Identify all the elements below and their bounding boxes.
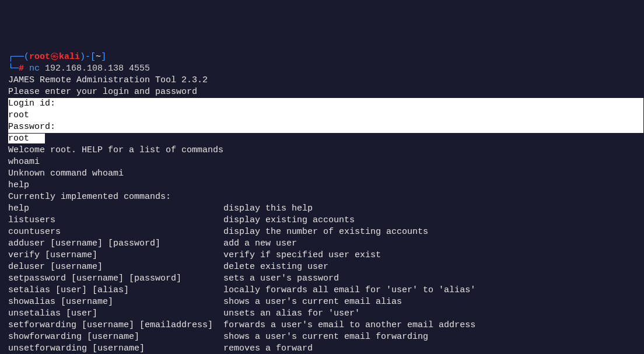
prompt-at: ㉿	[50, 52, 59, 62]
login-prompt: Login id:	[8, 98, 643, 110]
help-table: help display this help listusers display…	[8, 203, 636, 354]
login-value: root	[8, 110, 643, 121]
help-header: Currently implemented commands:	[8, 192, 171, 202]
prompt-hash: #	[19, 64, 24, 73]
prompt-close-paren: )	[80, 52, 85, 62]
command-name: nc	[29, 64, 40, 73]
user-command-2: help	[8, 180, 29, 190]
prompt-host: kali	[59, 52, 80, 62]
prompt-box-top: ┌──	[8, 52, 24, 62]
prompt-tilde: ~	[96, 52, 101, 62]
response-1: Unknown command whoami	[8, 169, 124, 178]
prompt-close-bracket: ]	[101, 52, 106, 62]
user-command-1: whoami	[8, 157, 40, 167]
prompt-box-bottom: └─	[8, 64, 19, 73]
help-rows: help display this help listusers display…	[8, 204, 559, 354]
password-value: root	[8, 134, 45, 143]
terminal-window[interactable]: ┌──(root㉿kali)-[~] └─# nc 192.168.108.13…	[8, 51, 636, 354]
welcome-message: Welcome root. HELP for a list of command…	[8, 145, 223, 155]
prompt-open-bracket: [	[90, 52, 96, 62]
banner-line-2: Please enter your login and password	[8, 87, 197, 97]
banner-line-1: JAMES Remote Administration Tool 2.3.2	[8, 75, 208, 85]
command-args: 192.168.108.138 4555	[45, 64, 150, 73]
prompt-user: root	[29, 52, 50, 62]
prompt-dash: -	[85, 52, 90, 62]
prompt-open-paren: (	[24, 52, 29, 62]
password-prompt: Password:	[8, 121, 643, 133]
